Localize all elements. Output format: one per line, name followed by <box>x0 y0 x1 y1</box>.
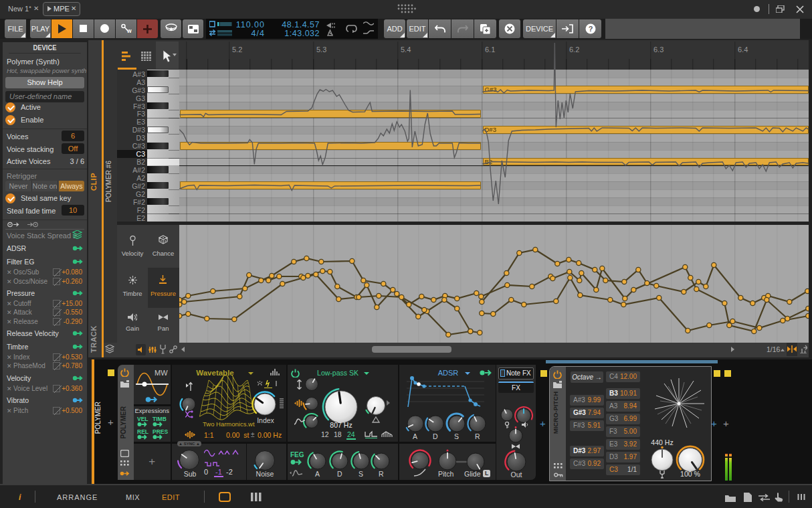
svg-text:w: w <box>126 27 132 34</box>
svg-text:?: ? <box>588 25 593 33</box>
